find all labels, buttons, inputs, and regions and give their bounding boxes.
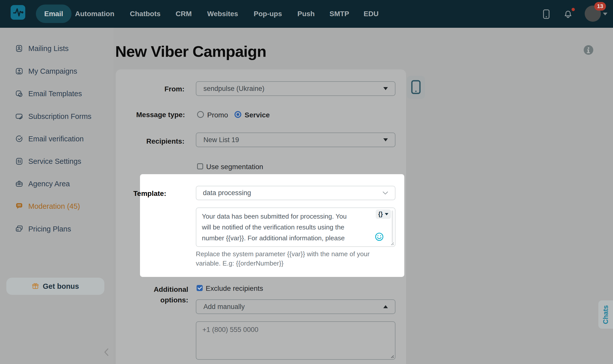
- emoji-picker-icon[interactable]: [375, 232, 384, 241]
- nav-tab-automation[interactable]: Automation: [75, 0, 114, 28]
- dropdown-arrow-icon: [383, 138, 388, 141]
- manual-phone-textarea[interactable]: +1 (800) 555 0000: [196, 321, 395, 360]
- sidebar-item-label: Subscription Forms: [28, 112, 91, 121]
- recipients-value: New List 19: [203, 136, 239, 144]
- sidebar-item-service-settings[interactable]: Service Settings: [0, 154, 114, 169]
- phone-icon: [411, 80, 421, 95]
- verification-check-icon: [15, 135, 23, 143]
- sendpulse-logo-icon[interactable]: [11, 5, 25, 20]
- nav-tab-edu[interactable]: EDU: [364, 0, 379, 28]
- mobile-preview-button[interactable]: [407, 76, 425, 99]
- sidebar-item-label: Agency Area: [28, 180, 70, 188]
- textarea-resize-handle[interactable]: [390, 355, 394, 358]
- additional-options-label: Additional options:: [109, 284, 188, 305]
- sidebar-item-label: Service Settings: [28, 157, 81, 166]
- sidebar-item-email-verification[interactable]: Email verification: [0, 132, 114, 146]
- template-select[interactable]: data processing: [196, 186, 395, 200]
- nav-tab-email[interactable]: Email: [36, 5, 72, 23]
- template-message-text: Your data has been submitted for process…: [202, 211, 379, 247]
- page-title: New Viber Campaign: [115, 42, 266, 60]
- radio-promo-label[interactable]: Promo: [207, 111, 228, 119]
- sidebar-item-label: Email verification: [28, 135, 84, 143]
- sidebar-item-label: My Campaigns: [28, 67, 77, 75]
- app-root: Email Automation Chatbots CRM Websites P…: [0, 0, 613, 364]
- nav-tab-websites[interactable]: Websites: [207, 0, 238, 28]
- sidebar-item-email-templates[interactable]: Email Templates: [0, 86, 114, 101]
- recipients-select[interactable]: New List 19: [196, 133, 395, 147]
- template-value: data processing: [203, 189, 251, 197]
- info-icon[interactable]: [584, 45, 593, 55]
- sidebar: Mailing Lists My Campaigns Email Templat…: [0, 28, 114, 364]
- chats-tab-label: Chats: [602, 305, 610, 324]
- add-manually-value: Add manually: [203, 303, 245, 311]
- templates-icon: [15, 90, 23, 98]
- caret-down-icon: [385, 213, 388, 215]
- avatar-count-badge: 13: [594, 2, 606, 11]
- sidebar-item-pricing-plans[interactable]: Pricing Plans: [0, 222, 114, 236]
- campaigns-icon: [15, 67, 23, 75]
- settings-sliders-icon: [15, 157, 23, 165]
- pricing-cards-icon: [15, 225, 23, 233]
- top-navbar: Email Automation Chatbots CRM Websites P…: [0, 0, 613, 28]
- notifications-bell-icon[interactable]: [563, 9, 573, 19]
- briefcase-icon: [15, 180, 23, 188]
- nav-tab-push[interactable]: Push: [297, 0, 315, 28]
- sidebar-item-label: Mailing Lists: [28, 44, 69, 53]
- from-select[interactable]: sendpulse (Ukraine): [196, 81, 395, 96]
- sidebar-item-mailing-lists[interactable]: Mailing Lists: [0, 41, 114, 56]
- radio-service-label[interactable]: Service: [245, 111, 270, 119]
- sidebar-collapse-chevron-icon[interactable]: [104, 348, 110, 357]
- nav-tab-popups[interactable]: Pop-ups: [254, 0, 282, 28]
- textarea-resize-handle[interactable]: [390, 242, 394, 245]
- from-value: sendpulse (Ukraine): [203, 85, 265, 93]
- chevron-down-icon: [382, 191, 388, 195]
- braces-icon: {}: [378, 211, 383, 218]
- radio-promo[interactable]: [197, 111, 204, 118]
- pulse-line-icon: [11, 5, 25, 20]
- message-type-label: Message type:: [109, 111, 185, 119]
- radio-service[interactable]: [234, 111, 241, 118]
- sidebar-item-subscription-forms[interactable]: Subscription Forms: [0, 109, 114, 124]
- template-hint: Replace the system parameter {{var}} wit…: [196, 249, 380, 268]
- sidebar-item-agency-area[interactable]: Agency Area: [0, 176, 114, 191]
- dropdown-arrow-up-icon: [383, 305, 388, 308]
- add-manually-select[interactable]: Add manually: [196, 299, 395, 314]
- recipients-label: Recipients:: [134, 137, 184, 145]
- notification-dot: [572, 8, 575, 11]
- dropdown-arrow-icon: [383, 87, 388, 90]
- sidebar-item-my-campaigns[interactable]: My Campaigns: [0, 64, 114, 79]
- template-message-textarea[interactable]: Your data has been submitted for process…: [196, 207, 395, 247]
- sidebar-item-label: Email Templates: [28, 90, 82, 98]
- moderation-chat-icon: [15, 202, 23, 210]
- sidebar-item-moderation[interactable]: Moderation (45): [0, 199, 114, 214]
- subscription-forms-icon: [15, 112, 23, 120]
- nav-tab-smtp[interactable]: SMTP: [329, 0, 349, 28]
- use-segmentation-checkbox[interactable]: [197, 163, 203, 169]
- nav-tab-chatbots[interactable]: Chatbots: [130, 0, 160, 28]
- account-menu-chevron-icon[interactable]: [603, 13, 607, 15]
- mobile-app-icon[interactable]: [543, 9, 550, 19]
- template-label: Template:: [121, 190, 166, 198]
- exclude-recipients-checkbox[interactable]: [197, 285, 203, 291]
- get-bonus-label: Get bonus: [43, 282, 79, 291]
- insert-variable-button[interactable]: {}: [376, 210, 391, 219]
- sidebar-item-label: Pricing Plans: [28, 225, 71, 233]
- exclude-recipients-label[interactable]: Exclude recipients: [206, 284, 263, 293]
- sidebar-item-label: Moderation (45): [28, 202, 80, 211]
- from-label: From:: [134, 85, 184, 93]
- get-bonus-button[interactable]: Get bonus: [6, 278, 104, 295]
- mailing-lists-icon: [15, 44, 23, 53]
- textarea-scrollbar[interactable]: [392, 211, 393, 243]
- use-segmentation-label[interactable]: Use segmentation: [206, 163, 263, 171]
- chats-side-tab[interactable]: Chats: [598, 300, 613, 329]
- nav-tab-crm[interactable]: CRM: [176, 0, 192, 28]
- gift-icon: [32, 282, 39, 290]
- phone-placeholder: +1 (800) 555 0000: [202, 326, 258, 334]
